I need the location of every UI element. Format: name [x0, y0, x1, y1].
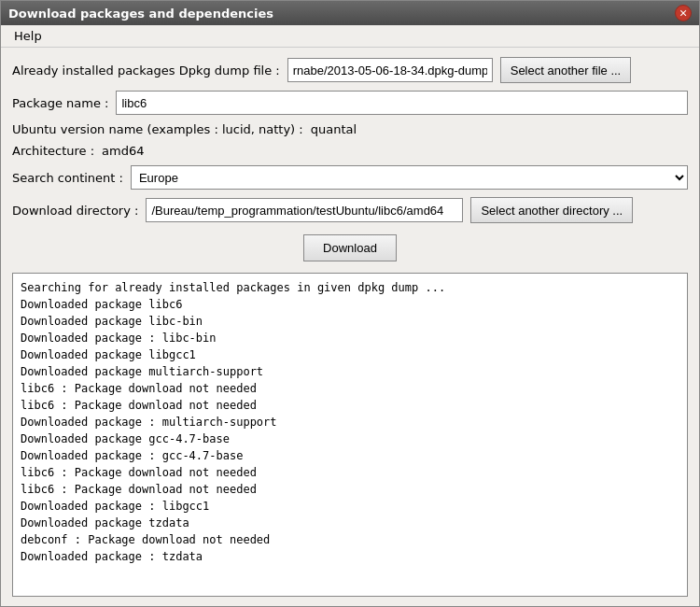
architecture-row: Architecture : amd64	[12, 144, 688, 158]
select-file-button[interactable]: Select another file ...	[500, 57, 632, 83]
download-button-row: Download	[12, 231, 688, 265]
log-line: Downloaded package tzdata	[21, 515, 679, 531]
log-line: Downloaded package : tzdata	[21, 548, 679, 565]
log-line: debconf : Package download not needed	[21, 531, 679, 548]
main-window: Download packages and dependencies ✕ Hel…	[0, 0, 700, 607]
log-line: Downloaded package : gcc-4.7-base	[21, 447, 679, 464]
log-line: Downloaded package libc6	[21, 296, 679, 313]
log-line: libc6 : Package download not needed	[21, 380, 679, 397]
architecture-value: amd64	[102, 144, 144, 158]
log-line: libc6 : Package download not needed	[21, 397, 679, 414]
log-line: libc6 : Package download not needed	[21, 464, 679, 481]
log-line: Downloaded package : libc-bin	[21, 330, 679, 346]
log-line: Downloaded package : multiarch-support	[21, 414, 679, 431]
menu-help[interactable]: Help	[7, 27, 49, 45]
dpkg-row: Already installed packages Dpkg dump fil…	[12, 57, 688, 83]
log-line: Downloaded package multiarch-support	[21, 363, 679, 380]
package-name-row: Package name :	[12, 91, 688, 115]
ubuntu-version-value: quantal	[311, 122, 357, 136]
menu-bar: Help	[1, 25, 699, 48]
content-area: Already installed packages Dpkg dump fil…	[1, 48, 699, 606]
log-line: libc6 : Package download not needed	[21, 481, 679, 498]
package-name-label: Package name :	[12, 96, 108, 110]
download-button[interactable]: Download	[303, 234, 397, 261]
log-line: Downloaded package libgcc1	[21, 346, 679, 363]
log-line: Downloaded package libc-bin	[21, 313, 679, 330]
log-line: Searching for already installed packages…	[21, 279, 679, 296]
log-line: Downloaded package : libgcc1	[21, 498, 679, 515]
search-continent-row: Search continent : Europe North America …	[12, 165, 688, 190]
close-button[interactable]: ✕	[675, 5, 692, 21]
download-dir-row: Download directory : Select another dire…	[12, 197, 688, 223]
download-dir-input[interactable]	[146, 198, 463, 222]
architecture-label: Architecture :	[12, 144, 94, 158]
dpkg-label: Already installed packages Dpkg dump fil…	[12, 64, 280, 78]
select-directory-button[interactable]: Select another directory ...	[470, 197, 633, 223]
search-continent-label: Search continent :	[12, 171, 123, 185]
window-title: Download packages and dependencies	[8, 7, 273, 21]
package-name-input[interactable]	[116, 91, 688, 115]
title-bar: Download packages and dependencies ✕	[1, 1, 699, 25]
log-area[interactable]: Searching for already installed packages…	[12, 273, 688, 597]
download-dir-label: Download directory :	[12, 204, 138, 218]
ubuntu-version-row: Ubuntu version name (examples : lucid, n…	[12, 122, 688, 136]
dpkg-input[interactable]	[287, 58, 493, 82]
log-line: Downloaded package gcc-4.7-base	[21, 431, 679, 447]
search-continent-select[interactable]: Europe North America South America Asia …	[131, 165, 688, 190]
ubuntu-version-label: Ubuntu version name (examples : lucid, n…	[12, 122, 303, 136]
